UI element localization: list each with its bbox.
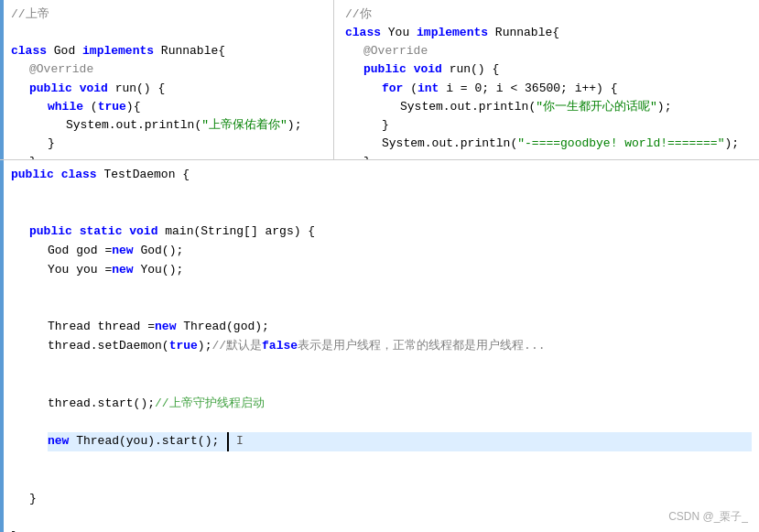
code-text: } — [382, 116, 389, 135]
keyword-public: public — [363, 60, 407, 79]
keyword-new: new — [112, 242, 133, 261]
keyword-false: false — [262, 337, 298, 356]
watermark: CSDN @_栗子_ — [668, 509, 748, 525]
code-text: Runnable{ — [488, 24, 559, 42]
code-text: main(String[] args) { — [157, 223, 315, 242]
code-text: Thread thread = — [48, 318, 155, 337]
code-line: System.out.println( "你一生都开心的话呢" ); — [400, 98, 752, 116]
annotation-text: @Override — [363, 42, 428, 60]
code-text: God god = — [48, 242, 112, 261]
code-text: ){ — [126, 98, 141, 116]
code-text: run() { — [108, 80, 165, 98]
code-text: System.out.println( — [66, 116, 201, 135]
text-cursor — [220, 432, 229, 451]
code-text: thread.setDaemon( — [48, 337, 169, 356]
empty-line — [11, 508, 752, 527]
keyword-implements: implements — [82, 42, 154, 60]
empty-line — [11, 375, 752, 395]
empty-line — [11, 280, 752, 299]
top-split-pane: //上帝 class God implements Runnable{ @Ove… — [0, 0, 759, 160]
cursor-indicator: I — [236, 432, 244, 451]
bottom-code-pane[interactable]: public class TestDaemon { public static … — [0, 160, 759, 532]
comment-text: //你 — [345, 5, 372, 24]
code-text: You you = — [48, 261, 112, 280]
code-line: System.out.println( "上帝保佑着你" ); — [66, 116, 326, 135]
code-line: Thread thread = new Thread(god); — [48, 318, 752, 337]
code-text: ( — [403, 80, 417, 98]
code-line: } — [29, 490, 752, 509]
code-line — [11, 24, 326, 42]
code-text: } — [48, 135, 55, 153]
code-line: } — [29, 153, 326, 159]
comment-text: //默认是 — [211, 337, 262, 356]
code-line: thread.start(); //上帝守护线程启动 — [48, 395, 752, 414]
empty-line — [11, 413, 752, 432]
code-text: God(); — [134, 242, 184, 261]
comment-text: 表示是用户线程，正常的线程都是用户线程... — [298, 337, 545, 356]
comment-green-text: //上帝守护线程启动 — [155, 395, 265, 414]
string-text: "-====goodbye! world!=======" — [517, 135, 724, 153]
code-text: God — [47, 42, 82, 60]
code-text: } — [363, 153, 371, 159]
keyword-class: class — [61, 166, 97, 185]
keyword-implements: implements — [417, 24, 488, 42]
left-gutter-bar — [0, 0, 4, 159]
code-line: @Override — [363, 42, 752, 60]
keyword-true: true — [98, 98, 126, 116]
code-text: } — [29, 153, 37, 159]
code-line: public void run() { — [363, 60, 752, 79]
code-line: public class TestDaemon { — [11, 166, 752, 185]
empty-line — [11, 451, 752, 471]
code-text: System.out.println( — [382, 135, 517, 153]
code-line: System.out.println( "-====goodbye! world… — [382, 135, 752, 153]
code-line: } — [382, 116, 752, 135]
code-text: You — [381, 24, 417, 42]
code-text: Runnable{ — [154, 42, 225, 60]
code-text: run() { — [442, 60, 499, 79]
code-line: } — [11, 527, 752, 532]
keyword-true: true — [169, 337, 198, 356]
code-line: //你 — [345, 5, 752, 24]
code-line: class You implements Runnable{ — [345, 24, 752, 42]
code-text — [122, 223, 129, 242]
code-text: } — [11, 527, 18, 532]
empty-line — [11, 185, 752, 204]
code-line: } — [363, 153, 752, 159]
comment-text: //上帝 — [11, 5, 49, 24]
highlighted-code-line: new Thread(you).start(); I — [48, 432, 752, 451]
string-text: "你一生都开心的话呢" — [536, 98, 657, 116]
editor-container: //上帝 class God implements Runnable{ @Ove… — [0, 0, 759, 532]
right-code-pane[interactable]: //你 class You implements Runnable{ @Over… — [334, 0, 759, 159]
code-text: Thread(you).start(); — [69, 432, 219, 451]
code-text: thread.start(); — [48, 395, 155, 414]
code-text: ); — [724, 135, 739, 153]
code-text: ); — [287, 116, 302, 135]
keyword-public: public — [29, 80, 72, 98]
keyword-int: int — [417, 80, 439, 98]
string-text: "上帝保佑着你" — [201, 116, 287, 135]
keyword-static: static — [80, 223, 123, 242]
left-code-pane[interactable]: //上帝 class God implements Runnable{ @Ove… — [0, 0, 334, 159]
code-line: You you = new You(); — [48, 261, 752, 280]
code-text: You(); — [134, 261, 184, 280]
code-line: @Override — [29, 60, 326, 79]
code-text: ); — [198, 337, 212, 356]
code-text: ( — [83, 98, 98, 116]
code-text — [72, 223, 80, 242]
code-text: i = 0; i < 36500; i++) { — [439, 80, 617, 98]
code-text: Thread(god); — [176, 318, 268, 337]
annotation-text: @Override — [29, 60, 93, 79]
empty-line — [11, 356, 752, 375]
keyword-class: class — [11, 42, 47, 60]
keyword-new: new — [155, 318, 176, 337]
keyword-void: void — [414, 60, 442, 79]
keyword-public: public — [11, 166, 54, 185]
code-text: ); — [657, 98, 672, 116]
keyword-new: new — [48, 432, 69, 451]
keyword-while: while — [48, 98, 83, 116]
empty-line — [11, 299, 752, 319]
keyword-void: void — [129, 223, 157, 242]
code-line: thread.setDaemon( true ); //默认是 false 表示… — [48, 337, 752, 356]
empty-line — [11, 471, 752, 490]
code-line: //上帝 — [11, 5, 326, 24]
